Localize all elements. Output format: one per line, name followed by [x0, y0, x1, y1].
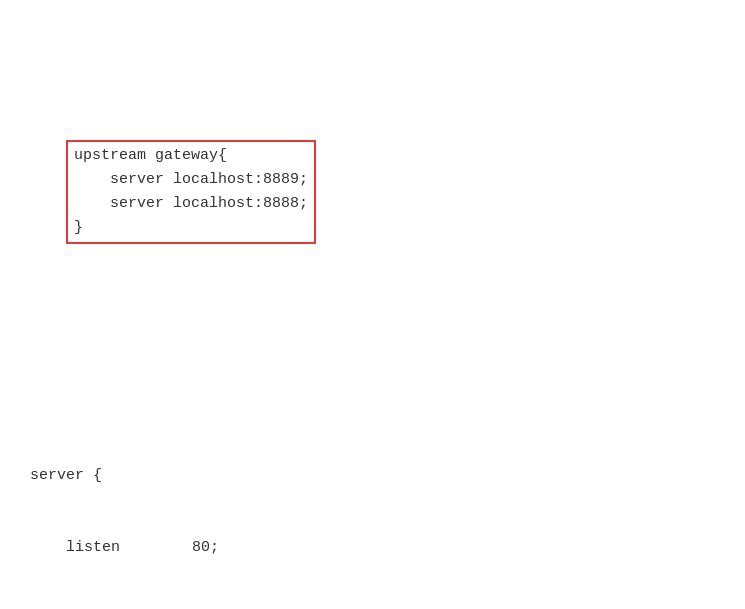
- listen-line: listen 80;: [30, 536, 715, 560]
- blank-line-1: [30, 344, 715, 368]
- upstream-line3: server localhost:8888;: [110, 195, 308, 212]
- server-open-line: server {: [30, 464, 715, 488]
- upstream-line2-indent: [74, 171, 110, 188]
- upstream-line1: upstream gateway{: [74, 147, 227, 164]
- upstream-block: upstream gateway{ server localhost:8889;…: [30, 116, 715, 272]
- code-viewer: upstream gateway{ server localhost:8889;…: [30, 20, 715, 609]
- upstream-highlight-box: upstream gateway{ server localhost:8889;…: [66, 140, 316, 244]
- upstream-line4: }: [74, 219, 83, 236]
- upstream-line2: server localhost:8889;: [110, 171, 308, 188]
- upstream-line3-indent: [74, 195, 110, 212]
